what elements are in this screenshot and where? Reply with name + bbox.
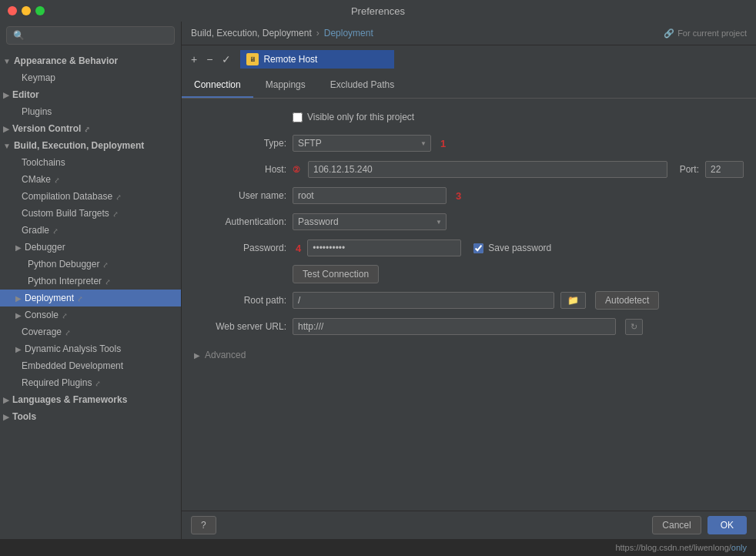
check-button[interactable]: ✓ (219, 52, 234, 67)
sidebar-item-compilation-db[interactable]: Compilation Database (0, 188, 181, 205)
root-path-input[interactable] (293, 292, 554, 309)
auth-select-wrapper[interactable]: Password Key pair OpenSSH config (293, 213, 447, 230)
share-icon (115, 193, 122, 201)
expand-icon (3, 91, 9, 99)
sidebar-item-label: Compilation Database (22, 191, 112, 202)
web-server-input[interactable] (293, 318, 616, 335)
sidebar-item-toolchains[interactable]: Toolchains (0, 154, 181, 171)
visible-only-checkbox-row[interactable]: Visible only for this project (293, 112, 414, 122)
expand-icon (3, 396, 9, 404)
sidebar-item-console[interactable]: Console (0, 306, 181, 323)
port-label: Port: (680, 164, 699, 175)
save-password-checkbox[interactable] (473, 243, 483, 253)
autodetect-button[interactable]: Autodetect (595, 291, 659, 310)
tab-excluded-paths[interactable]: Excluded Paths (318, 73, 406, 98)
title-bar: Preferences (0, 0, 756, 22)
type-select[interactable]: SFTP FTP FTPS WebDAV (293, 135, 431, 152)
sidebar-item-custom-build[interactable]: Custom Build Targets (0, 205, 181, 222)
host-input[interactable] (308, 161, 667, 178)
expand-icon (15, 345, 22, 353)
sidebar-item-tools[interactable]: Tools (0, 408, 181, 425)
sidebar-list: Appearance & Behavior Keymap Editor Plug… (0, 49, 181, 539)
sidebar-item-label: Deployment (25, 293, 74, 303)
expand-icon (3, 413, 9, 421)
sidebar-item-coverage[interactable]: Coverage (0, 323, 181, 340)
sidebar-item-label: Languages & Frameworks (12, 394, 127, 405)
close-button[interactable] (8, 6, 17, 15)
username-label: User name: (194, 190, 286, 201)
status-link[interactable]: only (731, 543, 747, 552)
web-server-row: Web server URL: ↻ (194, 317, 744, 336)
cancel-button[interactable]: Cancel (652, 516, 701, 534)
annotation-1: 1 (440, 138, 446, 149)
save-password-row[interactable]: Save password (473, 243, 551, 253)
sidebar-item-python-debugger[interactable]: Python Debugger (0, 256, 181, 273)
maximize-button[interactable] (35, 6, 45, 15)
sidebar-item-label: Keymap (22, 72, 55, 83)
window-title: Preferences (351, 5, 405, 17)
sidebar-item-embedded-dev[interactable]: Embedded Development (0, 357, 181, 374)
browse-folder-button[interactable]: 📁 (560, 292, 586, 309)
password-input[interactable] (307, 239, 461, 256)
sidebar-item-version-control[interactable]: Version Control (0, 120, 181, 137)
refresh-button[interactable]: ↻ (625, 319, 643, 335)
type-select-wrapper[interactable]: SFTP FTP FTPS WebDAV (293, 135, 431, 152)
advanced-row[interactable]: Advanced (194, 343, 744, 360)
window-controls (8, 6, 45, 15)
sidebar-item-languages[interactable]: Languages & Frameworks (0, 391, 181, 408)
help-button[interactable]: ? (191, 516, 216, 534)
auth-select[interactable]: Password Key pair OpenSSH config (293, 213, 447, 230)
toolbar: + − ✓ 🖥 Remote Host (182, 45, 756, 73)
sidebar-item-debugger[interactable]: Debugger (0, 239, 181, 256)
sidebar-item-keymap[interactable]: Keymap (0, 69, 181, 86)
password-label: Password: (194, 243, 286, 253)
visible-only-checkbox[interactable] (293, 112, 303, 122)
auth-row: Authentication: Password Key pair OpenSS… (194, 213, 744, 231)
sidebar-item-build-exec[interactable]: Build, Execution, Deployment (0, 137, 181, 154)
root-path-row: Root path: 📁 Autodetect (194, 291, 744, 310)
expand-icon (15, 311, 22, 320)
sidebar-item-plugins[interactable]: Plugins (0, 103, 181, 120)
footer-right: Cancel OK (652, 516, 747, 534)
tab-connection[interactable]: Connection (182, 73, 253, 98)
sidebar-item-editor[interactable]: Editor (0, 86, 181, 103)
sidebar-item-required-plugins[interactable]: Required Plugins (0, 374, 181, 391)
sidebar-item-dynamic-analysis[interactable]: Dynamic Analysis Tools (0, 340, 181, 357)
search-input[interactable] (28, 30, 168, 41)
tab-mappings[interactable]: Mappings (253, 73, 318, 98)
sidebar-item-python-interpreter[interactable]: Python Interpreter (0, 273, 181, 290)
add-button[interactable]: + (188, 52, 200, 67)
host-label: Host: (194, 164, 286, 175)
sidebar-item-label: Toolchains (22, 157, 65, 168)
sidebar-item-gradle[interactable]: Gradle (0, 222, 181, 239)
sidebar-item-appearance[interactable]: Appearance & Behavior (0, 52, 181, 69)
footer-bar: ? Cancel OK (182, 511, 756, 539)
save-password-label: Save password (488, 243, 551, 253)
tab-bar: Connection Mappings Excluded Paths (182, 73, 756, 99)
share-icon (112, 209, 119, 218)
ok-button[interactable]: OK (707, 516, 747, 534)
advanced-expand-icon (194, 351, 200, 360)
search-box[interactable]: 🔍 (6, 26, 175, 45)
sidebar-item-deployment[interactable]: Deployment (0, 290, 181, 306)
sidebar-item-label: Console (25, 310, 59, 320)
minimize-button[interactable] (22, 6, 31, 15)
breadcrumb-part2: Deployment (324, 28, 373, 39)
sidebar-item-cmake[interactable]: CMake (0, 171, 181, 188)
share-icon (54, 176, 60, 184)
expand-icon (3, 57, 11, 65)
sidebar-item-label: Gradle (22, 225, 49, 236)
expand-icon (15, 243, 22, 252)
test-connection-row: Test Connection (194, 265, 744, 283)
username-input[interactable] (293, 187, 447, 204)
password-row: Password: 4 Save password (194, 239, 744, 257)
sidebar-item-label: Embedded Development (22, 360, 123, 371)
test-connection-button[interactable]: Test Connection (293, 265, 379, 283)
expand-icon (15, 294, 22, 303)
deployment-panel: + − ✓ 🖥 Remote Host Connection Mappings … (182, 45, 756, 370)
share-icon (77, 294, 83, 303)
remote-host-item[interactable]: 🖥 Remote Host (240, 50, 394, 69)
remove-button[interactable]: − (203, 52, 216, 67)
port-input[interactable] (705, 161, 744, 178)
visible-only-label: Visible only for this project (307, 112, 414, 122)
